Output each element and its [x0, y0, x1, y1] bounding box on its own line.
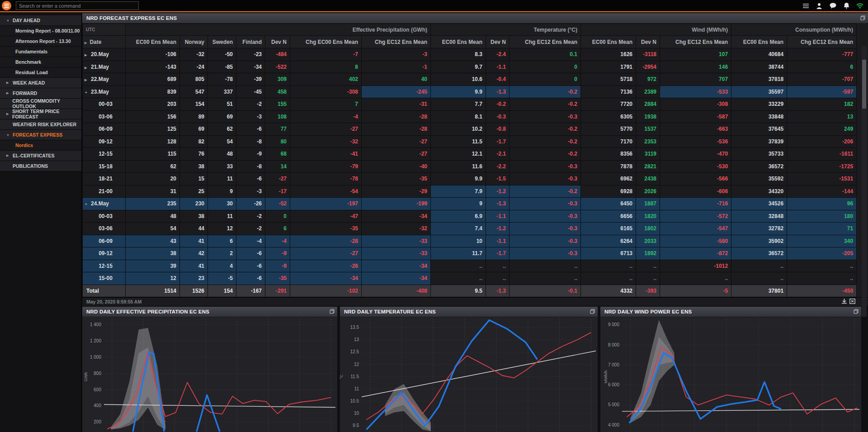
value-cell[interactable]: 77	[265, 123, 290, 136]
column-header[interactable]: Chg EC12 Ens Mean	[660, 36, 731, 48]
value-cell[interactable]: 14	[265, 160, 290, 173]
value-cell[interactable]: 10.2	[431, 123, 486, 136]
table-row[interactable]: ▶20.May-106-32-50-23-484-7-38.3-2.40.116…	[83, 48, 857, 61]
sidebar-item-weather-risk-explorer[interactable]: WEATHER RISK EXPLORER	[0, 119, 81, 130]
table-row[interactable]: 00-03483811-20-47-346.9-1.1-0.366561820-…	[83, 210, 857, 223]
value-cell[interactable]: 8356	[581, 148, 636, 161]
value-cell[interactable]: 6	[265, 223, 290, 235]
date-cell[interactable]: ▼23.May	[83, 85, 126, 98]
column-header[interactable]: EC00 Ens Mean	[126, 36, 180, 48]
value-cell[interactable]: 71	[787, 223, 857, 235]
search-input[interactable]	[16, 1, 139, 10]
value-cell[interactable]: -245	[362, 85, 431, 98]
value-cell[interactable]: 35592	[731, 173, 787, 185]
value-cell[interactable]: 2438	[636, 173, 660, 185]
table-row[interactable]: 15-18623833-814-79-4011.6-2.2-0.37878282…	[83, 160, 857, 173]
sidebar-item-day-ahead[interactable]: ▼DAY AHEAD	[0, 15, 81, 26]
value-cell[interactable]: -54	[290, 185, 362, 198]
chevron-down-icon[interactable]: ▼	[6, 133, 13, 137]
column-header[interactable]: Chg EC12 Ens Mean	[509, 36, 581, 48]
column-header[interactable]: Norway	[180, 36, 208, 48]
table-row[interactable]: 06-091256962-677-27-2810.2-0.8-0.2577015…	[83, 123, 857, 136]
value-cell[interactable]: -199	[362, 198, 431, 210]
value-cell[interactable]: -1531	[787, 173, 857, 185]
value-cell[interactable]: 1514	[126, 285, 180, 297]
value-cell[interactable]: ..	[509, 272, 581, 285]
value-cell[interactable]: 7.4	[431, 223, 486, 235]
value-cell[interactable]: 48	[126, 210, 180, 223]
value-cell[interactable]: 34526	[731, 198, 787, 210]
value-cell[interactable]: ..	[581, 272, 636, 285]
interval-cell[interactable]: 12-15	[83, 148, 126, 161]
value-cell[interactable]: -85	[208, 61, 236, 73]
value-cell[interactable]: ..	[431, 260, 486, 272]
value-cell[interactable]: 33848	[731, 110, 787, 123]
value-cell[interactable]: 6.9	[431, 210, 486, 223]
value-cell[interactable]: -40	[362, 160, 431, 173]
table-row[interactable]: ▶21.May-143-24-85-34-5228-19.7-1.101791-…	[83, 61, 857, 73]
value-cell[interactable]: 156	[126, 110, 180, 123]
value-cell[interactable]: -450	[787, 285, 857, 297]
value-cell[interactable]: -31	[362, 98, 431, 111]
value-cell[interactable]: 20	[126, 173, 180, 185]
value-cell[interactable]: -28	[290, 235, 362, 247]
value-cell[interactable]: -32	[290, 135, 362, 148]
menu-icon[interactable]	[802, 3, 809, 9]
value-cell[interactable]: ..	[787, 272, 857, 285]
value-cell[interactable]: -0.2	[509, 135, 581, 148]
value-cell[interactable]: 33229	[731, 98, 787, 111]
value-cell[interactable]: -47	[290, 210, 362, 223]
value-cell[interactable]: 54	[208, 135, 236, 148]
value-cell[interactable]: -291	[265, 285, 290, 297]
table-row[interactable]: 21-0031259-3-17-54-297.9-1.2-0.269282026…	[83, 185, 857, 198]
value-cell[interactable]: -27	[290, 123, 362, 136]
value-cell[interactable]: 62	[208, 123, 236, 136]
total-row[interactable]: Total15141526154-167-291-102-4089.5-1.3-…	[83, 285, 857, 297]
value-cell[interactable]: 458	[265, 85, 290, 98]
value-cell[interactable]: 12	[208, 223, 236, 235]
value-cell[interactable]: 48	[208, 148, 236, 161]
sidebar-item-nordics[interactable]: Nordics	[0, 140, 81, 151]
value-cell[interactable]: 12	[126, 272, 180, 285]
value-cell[interactable]: -8	[236, 135, 265, 148]
value-cell[interactable]: 11.7	[431, 247, 486, 260]
value-cell[interactable]: -17	[265, 185, 290, 198]
value-cell[interactable]: -35	[290, 223, 362, 235]
value-cell[interactable]: 108	[265, 110, 290, 123]
value-cell[interactable]: -27	[362, 148, 431, 161]
value-cell[interactable]: 249	[787, 123, 857, 136]
column-header[interactable]: Dev N	[636, 36, 660, 48]
value-cell[interactable]: -1.7	[486, 247, 509, 260]
value-cell[interactable]: 41	[180, 235, 208, 247]
sidebar-item-fundamentals[interactable]: Fundamentals	[0, 47, 81, 57]
value-cell[interactable]: 7878	[581, 160, 636, 173]
value-cell[interactable]: -1012	[660, 260, 731, 272]
value-cell[interactable]: 11.5	[431, 135, 486, 148]
value-cell[interactable]: -34	[362, 260, 431, 272]
value-cell[interactable]: 8.3	[431, 48, 486, 61]
value-cell[interactable]: 0.1	[509, 48, 581, 61]
interval-cell[interactable]: 03-06	[83, 110, 126, 123]
sidebar-item-benchmark[interactable]: Benchmark	[0, 57, 81, 67]
interval-cell[interactable]: 21-00	[83, 185, 126, 198]
value-cell[interactable]: -0.2	[509, 85, 581, 98]
value-cell[interactable]: -530	[660, 160, 731, 173]
value-cell[interactable]: -78	[208, 73, 236, 86]
value-cell[interactable]: 972	[636, 73, 660, 86]
chevron-right-icon[interactable]: ▶	[6, 112, 12, 116]
value-cell[interactable]: 8.1	[431, 110, 486, 123]
value-cell[interactable]: 37818	[731, 73, 787, 86]
value-cell[interactable]: -27	[362, 135, 431, 148]
value-cell[interactable]: ..	[731, 260, 787, 272]
notifications-icon[interactable]	[843, 3, 850, 9]
value-cell[interactable]: -28	[362, 110, 431, 123]
column-header[interactable]: EC00 Ens Mean	[431, 36, 486, 48]
column-header[interactable]: Chg EC12 Ens Mean	[362, 36, 431, 48]
table-row[interactable]: 09-121288254-880-32-2711.5-1.7-0.2717023…	[83, 135, 857, 148]
value-cell[interactable]: -34	[290, 272, 362, 285]
column-header-date[interactable]: ▶Date	[83, 36, 126, 48]
value-cell[interactable]: 23	[180, 272, 208, 285]
value-cell[interactable]: -0.3	[509, 210, 581, 223]
value-cell[interactable]: 230	[180, 198, 208, 210]
value-cell[interactable]: -393	[636, 285, 660, 297]
